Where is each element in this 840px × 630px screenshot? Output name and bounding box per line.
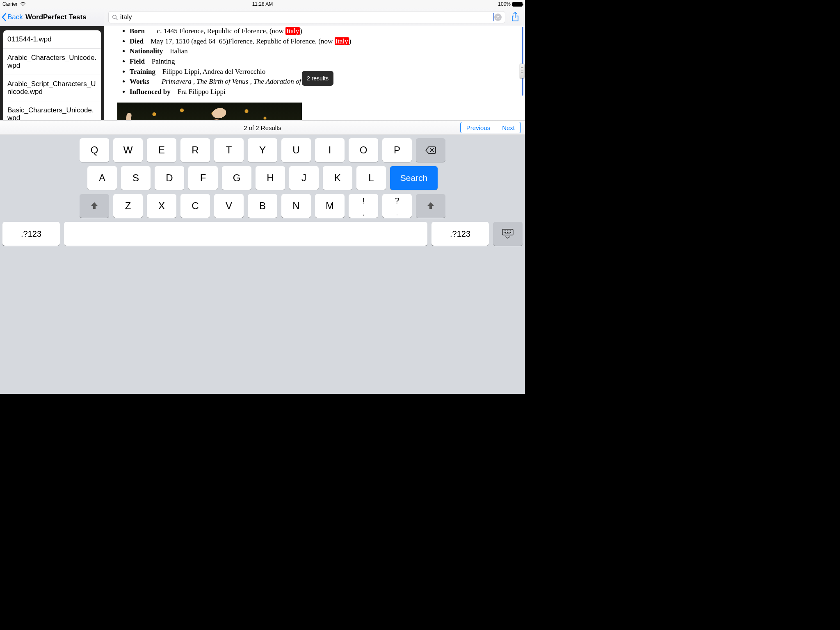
svg-rect-6 [509, 231, 509, 231]
key-h[interactable]: H [256, 166, 285, 190]
back-button[interactable]: Back [2, 13, 23, 21]
key-f[interactable]: F [188, 166, 218, 190]
key-v[interactable]: V [214, 194, 244, 218]
svg-rect-7 [510, 231, 511, 231]
key-backspace[interactable] [416, 138, 445, 162]
detail-toolbar [104, 8, 525, 26]
key-e[interactable]: E [147, 138, 176, 162]
key-q[interactable]: Q [80, 138, 109, 162]
doc-line-influenced: Influenced by Fra Filippo Lippi [130, 87, 518, 97]
key-a[interactable]: A [87, 166, 117, 190]
key-j[interactable]: J [289, 166, 319, 190]
key-p[interactable]: P [382, 138, 412, 162]
list-item[interactable]: Arabic_Script_Characters_Unicode.wpd [3, 75, 101, 101]
results-tooltip: 2 results [302, 71, 333, 86]
find-count: 2 of 2 Results [244, 124, 281, 131]
svg-rect-4 [505, 231, 506, 231]
svg-rect-8 [504, 232, 504, 233]
key-hide-keyboard[interactable] [493, 222, 523, 246]
shift-icon [426, 201, 435, 210]
search-icon [112, 14, 118, 20]
key-z[interactable]: Z [113, 194, 143, 218]
doc-line-field: Field Painting [130, 57, 518, 67]
chevron-left-icon [2, 13, 7, 21]
key-g[interactable]: G [222, 166, 251, 190]
doc-line-nationality: Nationality Italian [130, 46, 518, 57]
key-search[interactable]: Search [390, 166, 438, 190]
backspace-icon [425, 146, 436, 154]
share-icon [511, 12, 520, 23]
key-period[interactable]: ?. [382, 194, 412, 218]
back-label: Back [7, 13, 23, 21]
key-y[interactable]: Y [248, 138, 277, 162]
svg-rect-9 [505, 232, 506, 233]
key-shift-left[interactable] [80, 194, 109, 218]
find-next-button[interactable]: Next [496, 122, 521, 133]
svg-rect-5 [507, 231, 508, 231]
search-input[interactable] [120, 14, 494, 21]
clock: 11:28 AM [0, 1, 525, 7]
key-b[interactable]: B [248, 194, 277, 218]
sidebar-title: WordPerfect Tests [25, 13, 87, 21]
key-number-toggle-right[interactable]: .?123 [431, 222, 489, 246]
find-bar: 2 of 2 Results Previous Next [0, 120, 525, 135]
shift-icon [90, 201, 99, 210]
key-space[interactable] [64, 222, 427, 246]
svg-rect-13 [505, 234, 510, 235]
x-icon [496, 16, 500, 19]
scroll-indicator [522, 27, 523, 96]
key-m[interactable]: M [315, 194, 345, 218]
status-bar: Carrier 11:28 AM 100% [0, 0, 525, 8]
key-k[interactable]: K [323, 166, 352, 190]
key-w[interactable]: W [113, 138, 143, 162]
svg-rect-12 [510, 232, 511, 233]
key-x[interactable]: X [147, 194, 176, 218]
list-item[interactable]: 011544-1.wpd [3, 30, 101, 49]
search-highlight: Italy [285, 27, 300, 35]
key-n[interactable]: N [281, 194, 311, 218]
keyboard: Q W E R T Y U I O P A S D F G H J K L Se… [0, 135, 525, 394]
key-r[interactable]: R [180, 138, 210, 162]
key-o[interactable]: O [349, 138, 378, 162]
search-field[interactable] [108, 11, 505, 23]
key-u[interactable]: U [281, 138, 311, 162]
key-number-toggle-left[interactable]: .?123 [2, 222, 60, 246]
battery-percent: 100% [498, 1, 511, 7]
svg-rect-11 [509, 232, 509, 233]
key-l[interactable]: L [356, 166, 386, 190]
key-i[interactable]: I [315, 138, 345, 162]
key-t[interactable]: T [214, 138, 244, 162]
key-d[interactable]: D [155, 166, 184, 190]
find-previous-button[interactable]: Previous [460, 122, 496, 133]
doc-line-born: Born c. 1445 Florence, Republic of Flore… [130, 26, 518, 37]
key-comma[interactable]: !, [349, 194, 378, 218]
battery-icon [512, 2, 523, 7]
list-item[interactable]: Arabic_Characters_Unicode.wpd [3, 49, 101, 75]
key-shift-right[interactable] [416, 194, 445, 218]
hide-keyboard-icon [502, 228, 514, 239]
sidebar-nav: Back WordPerfect Tests [0, 8, 104, 26]
svg-rect-3 [504, 231, 504, 231]
share-button[interactable] [509, 11, 521, 23]
svg-line-1 [116, 18, 118, 20]
clear-search-button[interactable] [494, 14, 502, 21]
key-c[interactable]: C [180, 194, 210, 218]
doc-line-died: Died May 17, 1510 (aged 64–65)Florence, … [130, 37, 518, 47]
scroll-thumb[interactable] [520, 64, 525, 78]
search-highlight: Italy [335, 37, 349, 45]
key-s[interactable]: S [121, 166, 151, 190]
svg-rect-10 [507, 232, 508, 233]
